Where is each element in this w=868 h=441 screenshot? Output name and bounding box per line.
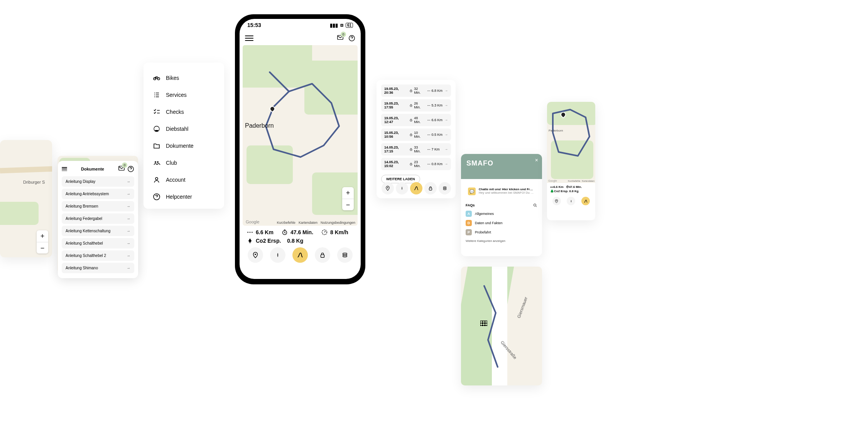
search-icon[interactable] <box>533 203 537 208</box>
help-icon[interactable] <box>348 35 355 42</box>
nav-lock-button[interactable] <box>424 182 437 194</box>
zoom-in-button[interactable]: + <box>37 230 48 242</box>
close-icon[interactable]: × <box>535 157 538 163</box>
nav-info-button[interactable] <box>270 247 285 263</box>
theft-icon <box>153 125 160 133</box>
ride-row[interactable]: 14.05.23, 17:15 33 Min. 7 Km → <box>381 143 451 155</box>
user-icon <box>153 176 160 184</box>
ride-row[interactable]: 19.05.23, 17:55 26 Min. 5.3 Km → <box>381 99 451 112</box>
document-row[interactable]: Anleitung Schalthebel→ <box>62 238 134 248</box>
bike-icon <box>153 74 160 82</box>
checks-icon <box>153 108 160 116</box>
map-attribution: Kurzbefehle Kartendaten Nutzungsbedingun… <box>277 221 355 225</box>
status-bar: 15:53 ▮▮▮ ⧈ 61 <box>240 19 361 31</box>
nav-location-button[interactable] <box>248 247 263 263</box>
timer-icon <box>281 229 288 236</box>
map-preview-farleft: Driburger S + − <box>0 140 52 257</box>
zoom-in-button[interactable]: + <box>342 187 354 199</box>
arrow-right-icon: → <box>127 204 130 208</box>
nav-location-button[interactable] <box>382 182 394 194</box>
ride-row[interactable]: 15.05.23, 10:56 10 Min. 0.5 Km → <box>381 128 451 141</box>
signal-icon: ▮▮▮ <box>330 22 338 28</box>
menu-item-club[interactable]: Club <box>153 159 215 167</box>
dots-icon <box>427 162 431 166</box>
faq-category[interactable]: AAllgemeines <box>461 209 542 218</box>
nav-route-button[interactable] <box>410 182 422 194</box>
main-map[interactable]: Paderborn + − Google Kurzbefehle Kartend… <box>243 45 358 226</box>
arrow-right-icon: → <box>127 216 130 221</box>
google-logo: Google <box>246 220 259 224</box>
smafo-chat-panel: SMAFO × Chatten Sie mit uns 💬 Chatte mit… <box>461 154 542 256</box>
wifi-icon: ⧈ <box>340 22 343 28</box>
nav-layers-button[interactable] <box>439 182 451 194</box>
menu-item-account[interactable]: Account <box>153 176 215 184</box>
menu-item-services[interactable]: Services <box>153 91 215 99</box>
arrow-right-icon: → <box>127 241 130 245</box>
documents-panel: Dokumente 0 Anleitung Display→Anleitung … <box>58 161 138 278</box>
nav-route-button[interactable] <box>292 247 308 263</box>
zoom-out-button[interactable]: − <box>37 242 48 253</box>
menu-item-helpcenter[interactable]: Helpcenter <box>153 193 215 201</box>
nav-layers-button[interactable] <box>337 247 353 263</box>
document-row[interactable]: Anleitung Kettenschaltung→ <box>62 226 134 236</box>
folder-icon <box>153 142 160 150</box>
document-row[interactable]: Anleitung Shimano→ <box>62 263 134 273</box>
dots-icon <box>427 148 431 151</box>
dots-icon <box>427 89 431 93</box>
timer-icon <box>409 118 413 122</box>
document-row[interactable]: Anleitung Antriebssystem→ <box>62 189 134 199</box>
city-label: Paderborn <box>245 122 274 129</box>
nav-info-button[interactable] <box>396 182 408 194</box>
nav-lock-button[interactable] <box>315 247 330 263</box>
mail-button[interactable]: 0 <box>337 34 344 42</box>
ride-row[interactable]: 19.05.23, 12:47 48 Min. 6.6 Km → <box>381 114 451 126</box>
zoom-out-button[interactable]: − <box>342 199 354 210</box>
nav-route-button[interactable] <box>581 197 590 205</box>
arrow-right-icon: → <box>127 192 130 196</box>
dots-icon <box>427 118 431 122</box>
ride-row[interactable]: 14.05.23, 15:02 23 Min. 0.8 Km → <box>381 158 451 170</box>
document-row[interactable]: Anleitung Schalthebel 2→ <box>62 250 134 261</box>
timer-icon <box>409 148 413 151</box>
mini-map[interactable]: Paderborn KurzbefehleKartendaten Google <box>547 102 595 183</box>
ride-row[interactable]: 19.05.23, 20:36 32 Min. 6.8 Km → <box>381 84 451 97</box>
bottom-nav <box>240 245 361 267</box>
chat-message[interactable]: 💬 Chatte mit uns! Hier klicken und Fr… H… <box>464 184 539 198</box>
chat-avatar-icon: 💬 <box>468 188 476 195</box>
nav-info-button[interactable] <box>567 197 575 205</box>
arrow-right-icon: → <box>444 147 448 151</box>
map-right-card[interactable]: Giersmauer Giersstraße <box>461 267 542 385</box>
document-row[interactable]: Anleitung Bremsen→ <box>62 201 134 211</box>
document-row[interactable]: Anleitung Federgabel→ <box>62 213 134 224</box>
dots-icon <box>247 229 253 236</box>
faq-category[interactable]: PProbefahrt <box>461 228 542 237</box>
menu-item-checks[interactable]: Checks <box>153 108 215 116</box>
timer-icon <box>409 104 413 107</box>
document-row[interactable]: Anleitung Display→ <box>62 176 134 187</box>
menu-item-bikes[interactable]: Bikes <box>153 74 215 82</box>
more-categories-link[interactable]: Weitere Kategorien anzeigen <box>461 237 542 245</box>
ride-stats: 6.6 Km 47.6 Min. 8 Km/h Co2 Ersp. 0.8 Kg <box>240 226 361 245</box>
speed-icon <box>321 229 328 236</box>
menu-button[interactable] <box>245 35 253 41</box>
arrow-right-icon: → <box>444 103 448 107</box>
timer-icon <box>409 162 413 166</box>
timer-icon <box>409 89 413 93</box>
nav-location-button[interactable] <box>552 197 561 205</box>
help-icon[interactable] <box>127 166 134 172</box>
mail-button[interactable]: 0 <box>118 165 125 173</box>
finish-flag-icon <box>480 321 487 326</box>
list-icon <box>153 91 160 99</box>
battery-icon: 61 <box>346 23 353 28</box>
nav-menu-panel: BikesServicesChecksDiebstahlDokumenteClu… <box>144 63 224 209</box>
clock: 15:53 <box>247 22 261 28</box>
menu-item-dokumente[interactable]: Dokumente <box>153 142 215 150</box>
menu-item-diebstahl[interactable]: Diebstahl <box>153 125 215 133</box>
faq-category[interactable]: DDaten und Fakten <box>461 218 542 228</box>
zoom-controls: + − <box>37 230 48 253</box>
faqs-title: FAQs <box>466 203 475 207</box>
arrow-right-icon: → <box>444 89 448 93</box>
help-icon <box>153 193 160 201</box>
menu-button[interactable] <box>62 167 67 171</box>
arrow-right-icon: → <box>444 162 448 166</box>
